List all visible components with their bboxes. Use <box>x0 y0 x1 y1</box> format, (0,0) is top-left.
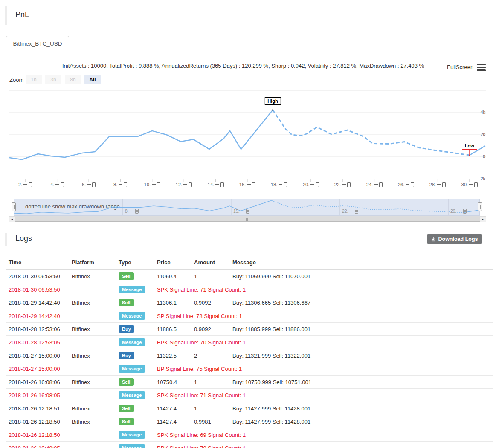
scrollbar-left-arrow[interactable]: ◄ <box>9 217 15 222</box>
chart-scrollbar[interactable]: ◄ ► <box>9 216 486 222</box>
x-tick-label: 6. <box>75 182 102 187</box>
high-annotation: High <box>264 97 281 105</box>
column-header-time: Time <box>6 256 69 270</box>
cjk-yi-glyph <box>458 211 462 211</box>
x-tick-label: 28. <box>424 182 451 187</box>
column-header-amount: Amount <box>191 256 230 270</box>
navigator-tick-label: 29. <box>450 208 467 214</box>
cjk-yue-glyph <box>61 182 64 187</box>
log-row-trade: 2018-01-30 06:53:50BitfinexSell 11069.41… <box>6 270 493 283</box>
navigator-left-handle[interactable] <box>12 202 16 211</box>
cjk-yue-glyph <box>355 209 358 214</box>
scrollbar-thumb[interactable] <box>15 217 481 222</box>
download-logs-button[interactable]: Download Logs <box>427 234 482 244</box>
zoom-button-3h: 3h <box>45 75 61 84</box>
type-badge-sell: Sell <box>119 272 134 280</box>
tab-bitfinex-btc-usd[interactable]: Bitfinex_BTC_USD <box>6 36 69 52</box>
log-row-trade: 2018-01-28 12:53:06BitfinexBuy 11886.50.… <box>6 323 493 336</box>
navigator-tick-label: 8. <box>125 208 139 214</box>
cjk-yi-glyph <box>215 184 219 185</box>
cjk-yue-glyph <box>157 182 160 187</box>
fullscreen-button[interactable]: FullScreen <box>447 64 473 70</box>
y-tick-label: 0 <box>465 154 485 159</box>
navigator-right-handle[interactable] <box>478 202 482 211</box>
cjk-yue-glyph <box>29 182 32 187</box>
type-badge-sell: Sell <box>119 418 134 425</box>
cjk-yi-glyph <box>406 184 409 185</box>
x-tick-label: 26. <box>392 182 420 187</box>
x-tick-label: 8. <box>107 182 134 187</box>
cjk-yue-glyph <box>92 182 96 187</box>
x-tick-label: 20. <box>297 182 325 187</box>
cjk-yi-glyph <box>241 211 245 211</box>
cjk-yi-glyph <box>342 184 346 185</box>
cjk-yi-glyph <box>87 184 91 185</box>
cjk-yue-glyph <box>463 209 467 214</box>
x-tick-label: 10. <box>139 182 166 187</box>
x-tick-label: 18. <box>265 182 293 187</box>
column-header-message: Message <box>230 256 493 270</box>
page-title: PnL <box>15 10 29 19</box>
cjk-yi-glyph <box>119 184 122 185</box>
tab-bar-border <box>6 51 496 51</box>
log-row-trade: 2018-01-26 12:18:51BitfinexSell 11427.41… <box>6 402 493 415</box>
cjk-yi-glyph <box>55 184 59 185</box>
y-tick-label: -2k <box>465 176 485 181</box>
log-row-message: 2018-01-30 06:53:50Message SPK Signal Li… <box>6 283 493 296</box>
x-tick-label: 22. <box>329 182 356 187</box>
chart-stats-title: InitAssets : 10000, TotalProfit : 9.888 … <box>0 63 486 69</box>
type-badge-message: Message <box>119 391 145 399</box>
chart-navigator[interactable]: dotted line show max drawdown range 8.15… <box>14 199 480 216</box>
scrollbar-grip-icon <box>247 218 250 221</box>
cjk-yi-glyph <box>437 184 441 185</box>
type-badge-message: Message <box>119 286 145 293</box>
x-tick-label: 2. <box>12 182 39 187</box>
cjk-yue-glyph <box>411 182 414 187</box>
zoom-button-1h: 1h <box>26 75 42 84</box>
cjk-yi-glyph <box>374 184 378 185</box>
cjk-yue-glyph <box>135 209 139 214</box>
x-tick-label: 14. <box>202 182 229 187</box>
type-badge-message: Message <box>119 338 145 346</box>
zoom-button-group: 1h3h8hAll <box>26 75 101 84</box>
cjk-yue-glyph <box>220 182 224 187</box>
cjk-yi-glyph <box>23 184 27 185</box>
type-badge-sell: Sell <box>119 378 134 386</box>
log-row-trade: 2018-01-26 16:08:06BitfinexSell 10750.41… <box>6 376 493 389</box>
cjk-yue-glyph <box>316 182 319 187</box>
type-badge-sell: Sell <box>119 405 134 412</box>
zoom-button-all[interactable]: All <box>84 75 101 84</box>
cjk-yue-glyph <box>442 182 446 187</box>
column-header-type: Type <box>116 256 154 270</box>
chart-menu-icon[interactable] <box>477 64 486 71</box>
cjk-yue-glyph <box>124 182 127 187</box>
scrollbar-right-arrow[interactable]: ► <box>480 217 486 222</box>
zoom-button-8h: 8h <box>65 75 81 84</box>
cjk-yi-glyph <box>469 184 473 185</box>
log-row-message: 2018-01-26 16:08:05Message SPK Signal Li… <box>6 389 493 402</box>
section-accent-bar <box>5 233 7 246</box>
section-accent-bar <box>5 6 7 25</box>
type-badge-message: Message <box>119 431 145 439</box>
log-row-message: 2018-01-26 10:48:05Message BPK Signal Li… <box>6 442 493 448</box>
x-tick-label: 16. <box>234 182 261 187</box>
cjk-yi-glyph <box>247 184 251 185</box>
log-row-message: 2018-01-27 15:00:00Message BP Signal Lin… <box>6 362 493 376</box>
navigator-tick-label: 22. <box>342 208 358 214</box>
type-badge-message: Message <box>119 444 145 448</box>
cjk-yi-glyph <box>279 184 282 185</box>
cjk-yi-glyph <box>152 184 156 185</box>
low-annotation: Low <box>462 142 477 150</box>
logs-table: TimePlatformTypePriceAmountMessage 2018-… <box>6 256 493 448</box>
cjk-yue-glyph <box>379 182 383 187</box>
x-tick-label: 24. <box>361 182 388 187</box>
x-tick-label: 12. <box>170 182 197 187</box>
log-row-message: 2018-01-29 14:42:40Message SP Signal Lin… <box>6 309 493 323</box>
download-logs-label: Download Logs <box>438 236 478 242</box>
type-badge-buy: Buy <box>119 325 134 333</box>
x-tick-label: 30. <box>456 182 483 187</box>
cjk-yue-glyph <box>252 182 255 187</box>
log-row-trade: 2018-01-29 14:42:40BitfinexSell 11306.10… <box>6 296 493 309</box>
cjk-yue-glyph <box>246 209 250 214</box>
log-row-message: 2018-01-26 12:18:50Message SPK Signal Li… <box>6 428 493 442</box>
